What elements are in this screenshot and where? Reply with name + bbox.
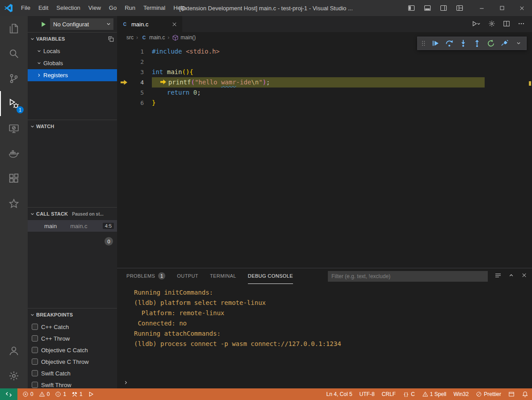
call-stack-frame[interactable]: main main.c 4:5 bbox=[28, 220, 117, 232]
layout-customize-icon[interactable] bbox=[454, 1, 465, 15]
panel-close-button[interactable] bbox=[521, 272, 528, 280]
layout-panel-icon[interactable] bbox=[422, 1, 433, 15]
debug-step-out-button[interactable] bbox=[472, 38, 482, 49]
split-editor-button[interactable] bbox=[503, 20, 510, 29]
breakpoint-row[interactable]: Objective C Throw bbox=[28, 356, 117, 367]
variables-item-globals[interactable]: Globals bbox=[28, 57, 117, 69]
menu-edit[interactable]: Edit bbox=[34, 0, 52, 16]
activity-remote-explorer[interactable] bbox=[0, 116, 28, 141]
panel-chevron-up-button[interactable] bbox=[508, 272, 515, 280]
breakpoints-section-header[interactable]: BREAKPOINTS bbox=[28, 308, 117, 321]
tab-main-c[interactable]: C main.c bbox=[117, 16, 182, 32]
menu-run[interactable]: Run bbox=[121, 0, 139, 16]
code-text[interactable]: int main(){ bbox=[152, 67, 193, 77]
breakpoint-row[interactable]: Objective C Catch bbox=[28, 344, 117, 356]
debug-config-dropdown[interactable]: No Configurat bbox=[50, 18, 113, 30]
watch-section-header[interactable]: WATCH bbox=[28, 120, 117, 133]
panel-lines-button[interactable] bbox=[494, 272, 502, 280]
gutter[interactable] bbox=[117, 77, 131, 88]
call-stack-section-header[interactable]: CALL STACK Paused on st... bbox=[28, 208, 117, 220]
status-remote-indicator[interactable] bbox=[0, 388, 17, 400]
breadcrumb-main-c[interactable]: Cmain.c bbox=[141, 34, 165, 41]
breakpoint-checkbox[interactable] bbox=[32, 335, 38, 342]
status-misc-panel[interactable] bbox=[505, 388, 518, 400]
breakpoint-row[interactable]: Swift Throw bbox=[28, 379, 117, 388]
status-platform[interactable]: Win32 bbox=[450, 388, 472, 400]
debug-step-over-button[interactable] bbox=[444, 38, 455, 49]
breadcrumb-src[interactable]: src bbox=[126, 34, 134, 41]
menu-file[interactable]: File bbox=[17, 0, 34, 16]
status-encoding[interactable]: UTF-8 bbox=[356, 388, 378, 400]
minimize-button[interactable] bbox=[472, 0, 492, 16]
debug-continue-button[interactable] bbox=[430, 38, 441, 49]
console-filter-input[interactable] bbox=[328, 271, 488, 282]
activity-run-and-debug[interactable]: 1 bbox=[0, 91, 28, 116]
status-problems-errors[interactable]: 0 bbox=[20, 388, 36, 400]
debug-console-output[interactable]: Running initCommands:(lldb) platform sel… bbox=[117, 284, 532, 377]
panel-tab-debug-console[interactable]: DEBUG CONSOLE bbox=[248, 268, 293, 284]
debug-chevron-down-button[interactable] bbox=[513, 38, 524, 49]
gutter[interactable] bbox=[117, 67, 131, 77]
activity-search[interactable] bbox=[0, 41, 28, 66]
activity-star[interactable] bbox=[0, 191, 28, 216]
breakpoint-row[interactable]: C++ Throw bbox=[28, 333, 117, 344]
status-debug-status[interactable] bbox=[85, 388, 97, 400]
panel-tab-problems[interactable]: PROBLEMS1 bbox=[126, 268, 165, 284]
close-button[interactable] bbox=[512, 0, 532, 16]
breakpoint-checkbox[interactable] bbox=[32, 358, 38, 365]
breakpoint-row[interactable]: C++ Catch bbox=[28, 321, 117, 333]
status-problems-info[interactable]: 1 bbox=[52, 388, 69, 400]
debug-restart-button[interactable] bbox=[486, 38, 496, 49]
run-dropdown-button[interactable] bbox=[472, 20, 481, 29]
breakpoint-checkbox[interactable] bbox=[32, 324, 38, 330]
panel-tab-terminal[interactable]: TERMINAL bbox=[210, 268, 236, 284]
gutter[interactable] bbox=[117, 46, 131, 57]
debug-console-input[interactable] bbox=[117, 377, 532, 388]
breakpoint-checkbox[interactable] bbox=[32, 382, 38, 388]
code-editor[interactable]: 1#include <stdio.h>23int main(){4 printf… bbox=[117, 43, 532, 268]
more-button[interactable] bbox=[518, 20, 525, 29]
variables-item-locals[interactable]: Locals bbox=[28, 45, 117, 57]
collapse-all-icon[interactable] bbox=[108, 36, 114, 42]
status-cursor-position[interactable]: Ln 4, Col 5 bbox=[323, 388, 356, 400]
status-spell-checker[interactable]: 1 Spell bbox=[419, 388, 450, 400]
breakpoint-checkbox[interactable] bbox=[32, 347, 38, 353]
gear-button[interactable] bbox=[488, 20, 495, 29]
layout-sidebar-icon[interactable] bbox=[406, 1, 417, 15]
code-text[interactable]: return 0; bbox=[152, 88, 201, 98]
menu-terminal[interactable]: Terminal bbox=[139, 0, 169, 16]
menu-selection[interactable]: Selection bbox=[52, 0, 84, 16]
activity-extensions[interactable] bbox=[0, 166, 28, 191]
code-text[interactable]: #include <stdio.h> bbox=[152, 46, 220, 57]
variables-section-header[interactable]: VARIABLES bbox=[28, 33, 117, 45]
status-notifications[interactable] bbox=[518, 388, 532, 400]
status-tools-count[interactable]: 1 bbox=[69, 388, 85, 400]
panel-tab-output[interactable]: OUTPUT bbox=[177, 268, 198, 284]
debug-disconnect-button[interactable] bbox=[499, 38, 510, 49]
menu-view[interactable]: View bbox=[84, 0, 105, 16]
breadcrumb-main-[interactable]: main() bbox=[172, 34, 196, 41]
status-prettier[interactable]: Prettier bbox=[472, 388, 505, 400]
menu-go[interactable]: Go bbox=[105, 0, 121, 16]
layout-sidebar-right-icon[interactable] bbox=[438, 1, 449, 15]
gutter[interactable] bbox=[117, 98, 131, 108]
status-language-mode[interactable]: {}C bbox=[399, 388, 419, 400]
gutter[interactable] bbox=[117, 57, 131, 67]
code-text[interactable]: printf("hello wamr-ide\n"); bbox=[152, 77, 485, 88]
close-tab-icon[interactable] bbox=[171, 21, 178, 28]
activity-account[interactable] bbox=[0, 338, 28, 363]
start-debugging-icon[interactable] bbox=[40, 21, 47, 28]
breakpoint-row[interactable]: Swift Catch bbox=[28, 367, 117, 379]
status-eol[interactable]: CRLF bbox=[378, 388, 399, 400]
activity-docker[interactable] bbox=[0, 141, 28, 166]
activity-settings[interactable] bbox=[0, 363, 28, 388]
code-text[interactable]: } bbox=[152, 98, 155, 108]
debug-step-into-button[interactable] bbox=[458, 38, 469, 49]
variables-item-registers[interactable]: Registers bbox=[28, 69, 117, 81]
activity-explorer[interactable] bbox=[0, 16, 28, 41]
maximize-button[interactable] bbox=[492, 0, 512, 16]
breakpoint-checkbox[interactable] bbox=[32, 370, 38, 376]
gutter[interactable] bbox=[117, 88, 131, 98]
status-problems-warnings[interactable]: 0 bbox=[36, 388, 53, 400]
activity-source-control[interactable] bbox=[0, 66, 28, 91]
